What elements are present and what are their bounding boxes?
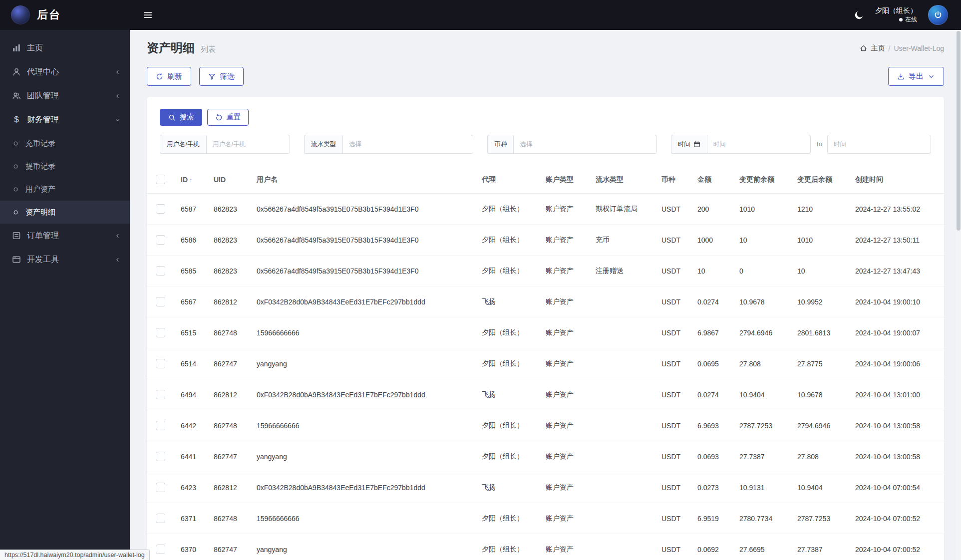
row-checkbox[interactable] (156, 421, 165, 430)
column-header-变更前余额[interactable]: 变更前余额 (733, 165, 791, 194)
time-from-input[interactable] (707, 135, 811, 154)
cell-currency: USDT (655, 410, 691, 441)
calendar-icon (693, 141, 700, 148)
breadcrumb-home-link[interactable]: 主页 (871, 44, 885, 53)
cell-before: 27.6695 (733, 534, 791, 560)
refresh-button[interactable]: 刷新 (147, 67, 191, 86)
cell-created: 2024-10-04 19:00:07 (849, 317, 944, 348)
brand[interactable]: 后台 (0, 0, 130, 30)
sidebar-item-label: 开发工具 (27, 255, 59, 265)
page-header: 资产明细 列表 主页 / User-Wallet-Log (147, 40, 944, 56)
cell-username: yangyang (251, 348, 476, 379)
column-header-币种[interactable]: 币种 (655, 165, 691, 194)
row-checkbox[interactable] (156, 452, 165, 461)
cell-username: 0xF0342B28d0bA9B34843EeEd31E7bEFc297bb1d… (251, 472, 476, 503)
time-to-input[interactable] (827, 135, 931, 154)
currency-select[interactable] (513, 135, 656, 154)
row-checkbox[interactable] (156, 390, 165, 399)
row-checkbox[interactable] (156, 545, 165, 554)
sidebar-subitem-deposit-records[interactable]: 充币记录 (0, 132, 130, 155)
cell-created: 2024-10-04 19:00:10 (849, 286, 944, 317)
search-button[interactable]: 搜索 (160, 109, 202, 126)
row-checkbox[interactable] (156, 204, 165, 214)
cell-before: 10.9131 (733, 472, 791, 503)
sidebar-subitem-asset-details[interactable]: 资产明细 (0, 201, 130, 224)
chevron-left-icon (114, 257, 121, 263)
row-checkbox[interactable] (156, 297, 165, 306)
select-all-checkbox[interactable] (156, 175, 165, 184)
row-checkbox[interactable] (156, 235, 165, 245)
window-icon (12, 255, 21, 264)
cell-agent: 夕阳（组长） (476, 256, 540, 286)
column-header-金额[interactable]: 金额 (691, 165, 733, 194)
sidebar-subitem-withdraw-records[interactable]: 提币记录 (0, 155, 130, 178)
sidebar-item-label: 订单管理 (27, 231, 59, 241)
cell-agent: 夕阳（组长） (476, 225, 540, 256)
cell-after: 10.9952 (791, 286, 849, 317)
cell-account_type: 账户资产 (540, 256, 590, 286)
column-header-用户名[interactable]: 用户名 (251, 165, 476, 194)
search-icon (168, 114, 176, 121)
column-header-ID[interactable]: ID↑ (175, 165, 208, 194)
row-checkbox[interactable] (156, 359, 165, 368)
row-checkbox[interactable] (156, 266, 165, 276)
sidebar-subitem-label: 资产明细 (25, 208, 55, 217)
cell-id: 6587 (175, 194, 208, 225)
table-row: 64948628120xF0342B28d0bA9B34843EeEd31E7b… (147, 379, 944, 410)
column-header-账户类型[interactable]: 账户类型 (540, 165, 590, 194)
row-checkbox[interactable] (156, 514, 165, 523)
row-checkbox[interactable] (156, 328, 165, 337)
export-button[interactable]: 导出 (888, 67, 944, 86)
sidebar-item-home[interactable]: 主页 (0, 36, 130, 60)
sidebar-item-agent-center[interactable]: 代理中心 (0, 60, 130, 84)
user-name: 夕阳（组长） (875, 6, 917, 15)
cell-created: 2024-10-04 07:00:52 (849, 503, 944, 534)
filter-button[interactable]: 筛选 (199, 67, 244, 86)
sidebar-item-team-management[interactable]: 团队管理 (0, 84, 130, 108)
moon-icon[interactable] (854, 10, 864, 20)
cell-agent: 夕阳（组长） (476, 503, 540, 534)
table-row: 637186274815966666666夕阳（组长）账户资产USDT6.951… (147, 503, 944, 534)
row-checkbox[interactable] (156, 483, 165, 492)
breadcrumb-separator: / (888, 44, 890, 52)
dollar-icon: $ (12, 115, 21, 124)
column-header-变更后余额[interactable]: 变更后余额 (791, 165, 849, 194)
column-header-UID[interactable]: UID (208, 165, 251, 194)
sidebar-subitem-user-assets[interactable]: 用户资产 (0, 178, 130, 201)
hamburger-icon[interactable] (143, 10, 153, 20)
table-row: 6441862747yangyang夕阳（组长）账户资产USDT0.069327… (147, 441, 944, 472)
flow-type-select[interactable] (342, 135, 473, 154)
cell-account_type: 账户资产 (540, 472, 590, 503)
reset-button[interactable]: 重置 (207, 109, 249, 126)
sidebar-item-dev-tools[interactable]: 开发工具 (0, 248, 130, 272)
main-content: 资产明细 列表 主页 / User-Wallet-Log 刷新 筛选 导出 (130, 30, 961, 560)
column-header-创建时间[interactable]: 创建时间 (849, 165, 944, 194)
scrollbar-thumb[interactable] (957, 31, 961, 231)
sidebar-item-finance-management[interactable]: $财务管理 (0, 108, 130, 132)
column-header-流水类型[interactable]: 流水类型 (590, 165, 655, 194)
sidebar-item-label: 主页 (27, 43, 43, 53)
sidebar-item-order-management[interactable]: 订单管理 (0, 224, 130, 248)
avatar[interactable] (928, 5, 948, 25)
cell-currency: USDT (655, 286, 691, 317)
cell-currency: USDT (655, 256, 691, 286)
column-header-代理[interactable]: 代理 (476, 165, 540, 194)
scrollbar[interactable] (956, 30, 961, 560)
cell-id: 6371 (175, 503, 208, 534)
chevron-left-icon (114, 233, 121, 239)
username-input[interactable] (206, 135, 290, 154)
cell-created: 2024-10-04 13:01:00 (849, 379, 944, 410)
cell-created: 2024-10-04 19:00:06 (849, 348, 944, 379)
cell-id: 6441 (175, 441, 208, 472)
user-menu[interactable]: 夕阳（组长） 在线 (875, 6, 917, 23)
cell-account_type: 账户资产 (540, 534, 590, 560)
cell-agent: 夕阳（组长） (476, 317, 540, 348)
circle-icon (12, 209, 19, 216)
sidebar: 主页代理中心团队管理$财务管理充币记录提币记录用户资产资产明细订单管理开发工具 (0, 30, 130, 560)
user-status-label: 在线 (905, 15, 917, 23)
sidebar-nav: 主页代理中心团队管理$财务管理充币记录提币记录用户资产资产明细订单管理开发工具 (0, 36, 130, 272)
cell-currency: USDT (655, 379, 691, 410)
table-row: 651586274815966666666夕阳（组长）账户资产USDT6.986… (147, 317, 944, 348)
refresh-icon (156, 73, 163, 80)
cell-amount: 6.9693 (691, 410, 733, 441)
